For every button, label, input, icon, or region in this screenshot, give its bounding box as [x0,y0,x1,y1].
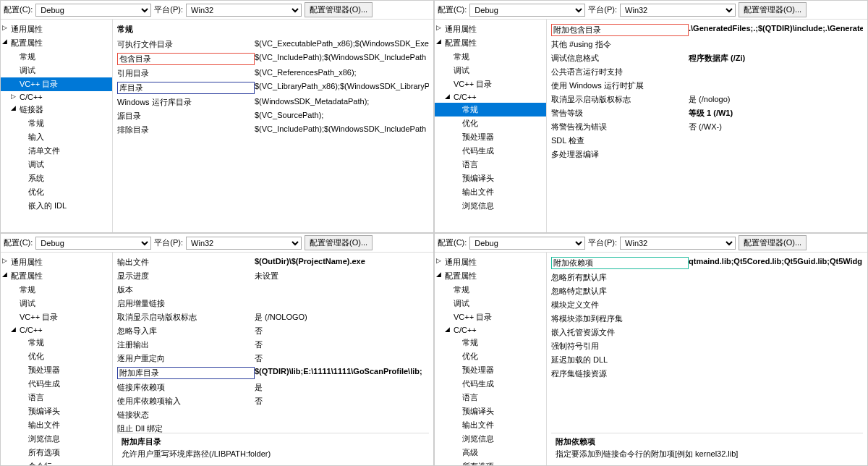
prop-row[interactable]: 调试信息格式程序数据库 (/Zi) [551,51,863,65]
prop-row[interactable]: 强制符号引用 [551,339,863,353]
prop-row[interactable]: 模块定义文件 [551,298,863,312]
tree-item-cpp-advanced[interactable]: 高级 [435,446,546,459]
prop-row[interactable]: 将警告视为错误否 (/WX-) [551,120,863,134]
tree-item-linker-optimize[interactable]: 优化 [1,185,112,199]
tree-item-cpp-browse[interactable]: 浏览信息 [1,432,112,446]
tree-item-general[interactable]: 常规 [1,283,112,297]
prop-row[interactable]: 其他 #using 指令 [551,38,863,51]
platform-select[interactable]: Win32 [186,237,302,250]
prop-row[interactable]: 取消显示启动版权标志是 (/NOLOGO) [117,310,429,324]
prop-row[interactable]: 使用库依赖项输入否 [117,394,429,408]
tree-item-cpp-general[interactable]: 常规 [435,103,546,116]
prop-row[interactable]: 附加依赖项qtmaind.lib;Qt5Cored.lib;Qt5Guid.li… [551,255,863,271]
prop-row[interactable]: 延迟加载的 DLL [551,353,863,367]
config-select[interactable]: Debug [35,237,151,250]
prop-row[interactable]: 附加库目录$(QTDIR)\lib;E:\1111\1111\GoScanPro… [117,365,429,381]
prop-row[interactable]: 可执行文件目录$(VC_ExecutablePath_x86);$(Window… [117,38,429,51]
prop-row[interactable]: 排除目录$(VC_IncludePath);$(WindowsSDK_Inclu… [117,123,429,137]
prop-row[interactable]: 启用增量链接 [117,297,429,310]
prop-row[interactable]: 程序集链接资源 [551,367,863,381]
tree-item-cpp-language[interactable]: 语言 [435,391,546,404]
tree-item-linker[interactable]: ◢链接器 [1,103,112,116]
tree-item-cpp[interactable]: ◢C/C++ [435,91,546,103]
tree-item-cpp-precomp[interactable]: 预编译头 [1,404,112,418]
prop-row[interactable]: 阻止 Dll 绑定 [117,422,429,433]
tree-item-common[interactable]: ▷通用属性 [1,22,112,36]
tree-item-cpp-all[interactable]: 所有选项 [1,446,112,459]
tree-item-debug[interactable]: 调试 [1,64,112,77]
tree-item-cpp-precomp[interactable]: 预编译头 [435,404,546,418]
tree-item-linker-input[interactable]: 输入 [1,130,112,144]
tree-item-cpp-language[interactable]: 语言 [435,158,546,171]
tree-item-common[interactable]: ▷通用属性 [435,255,546,269]
tree-item-cpp-preproc[interactable]: 预处理器 [435,130,546,144]
prop-row[interactable]: 包含目录$(VC_IncludePath);$(WindowsSDK_Inclu… [117,51,429,67]
tree-item-linker-manifest[interactable]: 清单文件 [1,144,112,158]
config-select[interactable]: Debug [469,4,585,17]
tree-item-cpp-preproc[interactable]: 预处理器 [435,363,546,377]
prop-row[interactable]: 嵌入托管资源文件 [551,326,863,339]
config-manager-button[interactable]: 配置管理器(O)... [739,2,807,17]
tree-item-general[interactable]: 常规 [435,50,546,64]
tree-item-vcpp-dir[interactable]: VC++ 目录 [435,310,546,324]
prop-row[interactable]: 库目录$(VC_LibraryPath_x86);$(WindowsSDK_Li… [117,80,429,96]
config-manager-button[interactable]: 配置管理器(O)... [739,235,807,250]
tree-item-cpp-precomp[interactable]: 预编译头 [435,171,546,185]
prop-row[interactable]: 使用 Windows 运行时扩展 [551,79,863,93]
tree-item-config[interactable]: ◢配置属性 [1,36,112,50]
prop-row[interactable]: 公共语言运行时支持 [551,65,863,79]
tree-item-config[interactable]: ◢配置属性 [1,269,112,283]
tree-item-linker-debug[interactable]: 调试 [1,158,112,171]
tree-item-debug[interactable]: 调试 [435,297,546,310]
prop-row[interactable]: SDL 检查 [551,134,863,148]
tree-item-cpp-codegen[interactable]: 代码生成 [1,377,112,391]
tree-item-linker-general[interactable]: 常规 [1,116,112,130]
tree-item-cpp-cmd[interactable]: 命令行 [1,459,112,465]
tree-item-cpp-all[interactable]: 所有选项 [435,459,546,465]
tree-item-cpp[interactable]: ◢C/C++ [1,324,112,336]
prop-row[interactable]: 源目录$(VC_SourcePath); [117,109,429,123]
tree-item-cpp-preproc[interactable]: 预处理器 [1,363,112,377]
tree-item-cpp-codegen[interactable]: 代码生成 [435,377,546,391]
prop-row[interactable]: 忽略所有默认库 [551,271,863,284]
prop-row[interactable]: 取消显示启动版权标志是 (/nologo) [551,93,863,106]
prop-row[interactable]: 逐用户重定向否 [117,352,429,365]
tree-item-cpp-general[interactable]: 常规 [435,336,546,350]
config-select[interactable]: Debug [35,4,151,17]
tree-item-config[interactable]: ◢配置属性 [435,269,546,283]
prop-row[interactable]: 多处理器编译 [551,148,863,161]
tree-item-cpp-browse[interactable]: 浏览信息 [435,432,546,446]
prop-row[interactable]: 输出文件$(OutDir)\$(ProjectName).exe [117,255,429,269]
tree-item-vcpp-dir[interactable]: VC++ 目录 [1,310,112,324]
tree-item-cpp-output[interactable]: 输出文件 [435,418,546,432]
tree-item-common[interactable]: ▷通用属性 [1,255,112,269]
prop-row[interactable]: 显示进度未设置 [117,269,429,283]
tree-item-vcpp-dir[interactable]: VC++ 目录 [435,77,546,91]
tree-item-cpp-optimize[interactable]: 优化 [435,116,546,130]
prop-row[interactable]: 链接状态 [117,408,429,422]
tree-item-cpp-general[interactable]: 常规 [1,336,112,350]
platform-select[interactable]: Win32 [186,4,302,17]
prop-row[interactable]: 链接库依赖项是 [117,381,429,394]
prop-row[interactable]: 附加包含目录.\GeneratedFiles;.;$(QTDIR)\includ… [551,22,863,38]
platform-select[interactable]: Win32 [620,4,736,17]
tree-item-cpp-codegen[interactable]: 代码生成 [435,144,546,158]
config-manager-button[interactable]: 配置管理器(O)... [305,2,373,17]
prop-row[interactable]: 版本 [117,283,429,297]
tree-item-cpp-optimize[interactable]: 优化 [435,350,546,363]
tree-item-cpp-output[interactable]: 输出文件 [435,185,546,199]
tree-item-vcpp-dir[interactable]: VC++ 目录 [1,77,112,91]
config-select[interactable]: Debug [469,237,585,250]
tree-item-debug[interactable]: 调试 [1,297,112,310]
tree-item-general[interactable]: 常规 [435,283,546,297]
prop-row[interactable]: 忽略导入库否 [117,324,429,338]
prop-row[interactable]: Windows 运行库目录$(WindowsSDK_MetadataPath); [117,96,429,109]
prop-row[interactable]: 引用目录$(VC_ReferencesPath_x86); [117,67,429,80]
prop-row[interactable]: 警告等级等级 1 (/W1) [551,106,863,120]
tree-item-config[interactable]: ◢配置属性 [435,36,546,50]
tree-item-cpp[interactable]: ◢C/C++ [435,324,546,336]
prop-row[interactable]: 注册输出否 [117,338,429,352]
prop-row[interactable]: 将模块添加到程序集 [551,312,863,326]
tree-item-cpp-browse[interactable]: 浏览信息 [435,199,546,213]
tree-item-debug[interactable]: 调试 [435,64,546,77]
